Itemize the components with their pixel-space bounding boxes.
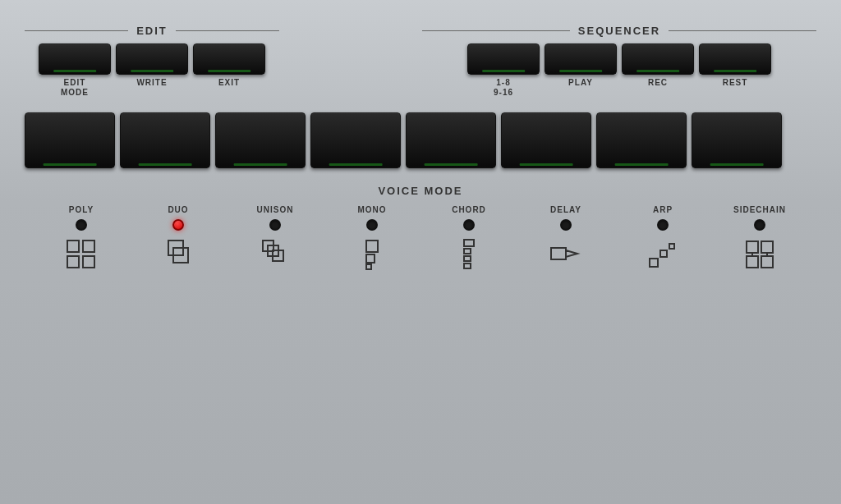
svg-rect-16	[551, 248, 566, 259]
duo-label: DUO	[168, 205, 188, 214]
write-group: WRITE	[116, 44, 188, 88]
duo-group: DUO	[130, 205, 227, 273]
large-button-7[interactable]	[596, 112, 687, 168]
rec-button[interactable]	[622, 44, 694, 75]
duo-icon	[162, 238, 195, 271]
write-button[interactable]	[116, 44, 188, 75]
exit-label: EXIT	[218, 78, 240, 88]
seq-line-left	[422, 30, 570, 31]
top-section: EDIT EDITMODE WRITE EXIT	[16, 25, 825, 98]
chord-label: CHORD	[452, 205, 486, 214]
large-button-6[interactable]	[501, 112, 591, 168]
poly-group: POLY	[33, 205, 130, 273]
svg-rect-13	[464, 249, 471, 254]
seq-1-8-group: 1-89-16	[467, 44, 540, 98]
main-panel: EDIT EDITMODE WRITE EXIT	[0, 0, 841, 504]
mono-group: MONO	[324, 205, 420, 273]
delay-icon	[549, 238, 582, 271]
unison-icon	[259, 238, 292, 271]
arp-label: ARP	[653, 205, 673, 214]
play-label: PLAY	[568, 78, 593, 88]
delay-led	[560, 219, 572, 231]
chord-icon-area	[448, 236, 489, 273]
svg-rect-18	[650, 259, 658, 267]
svg-marker-17	[566, 250, 577, 257]
write-label: WRITE	[136, 78, 167, 88]
duo-icon-area	[158, 236, 199, 273]
sequencer-title: SEQUENCER	[570, 25, 669, 37]
sidechain-icon-area	[739, 236, 780, 273]
sequencer-button-row: 1-89-16 PLAY REC REST	[467, 44, 771, 98]
svg-rect-20	[669, 244, 674, 249]
exit-button[interactable]	[193, 44, 265, 75]
large-button-4[interactable]	[310, 112, 401, 168]
arp-group: ARP	[614, 205, 711, 273]
rec-group: REC	[622, 44, 694, 88]
unison-label: UNISON	[257, 205, 294, 214]
seq-1-8-label: 1-89-16	[494, 78, 513, 98]
sequencer-section: SEQUENCER 1-89-16 PLAY REC RES	[422, 25, 816, 98]
edit-button-row: EDITMODE WRITE EXIT	[39, 44, 265, 98]
large-button-2[interactable]	[120, 112, 210, 168]
sidechain-icon	[743, 238, 776, 271]
voice-mode-section: VOICE MODE POLY DUO	[16, 185, 825, 273]
seq-1-8-button[interactable]	[467, 44, 540, 75]
large-button-3[interactable]	[215, 112, 306, 168]
delay-icon-area	[545, 236, 586, 273]
poly-led	[76, 219, 87, 231]
large-button-5[interactable]	[406, 112, 496, 168]
arp-icon-area	[642, 236, 683, 273]
svg-rect-19	[660, 250, 667, 257]
seq-line-right	[669, 30, 816, 31]
play-group: PLAY	[545, 44, 617, 88]
edit-title: EDIT	[128, 25, 176, 37]
edit-mode-group: EDITMODE	[39, 44, 111, 98]
svg-rect-23	[747, 256, 758, 268]
rest-label: REST	[723, 78, 748, 88]
voice-mode-title: VOICE MODE	[378, 185, 462, 197]
poly-label: POLY	[69, 205, 94, 214]
chord-icon	[453, 238, 485, 271]
rest-group: REST	[699, 44, 771, 88]
arp-led	[657, 219, 669, 231]
large-button-row	[16, 112, 825, 168]
edit-section: EDIT EDITMODE WRITE EXIT	[25, 25, 279, 98]
play-button[interactable]	[545, 44, 617, 75]
svg-rect-12	[464, 240, 474, 246]
edit-line-right	[176, 30, 279, 31]
rec-label: REC	[648, 78, 668, 88]
mono-led	[366, 219, 378, 231]
sidechain-led	[754, 219, 765, 231]
svg-rect-24	[761, 256, 773, 268]
large-button-1[interactable]	[25, 112, 115, 168]
svg-rect-10	[366, 254, 375, 263]
chord-group: CHORD	[420, 205, 517, 273]
edit-mode-button[interactable]	[39, 44, 111, 75]
unison-group: UNISON	[227, 205, 324, 273]
chord-led	[463, 219, 475, 231]
duo-led	[172, 219, 184, 231]
sidechain-label: SIDECHAIN	[733, 205, 786, 214]
edit-mode-label: EDITMODE	[61, 78, 89, 98]
delay-group: DELAY	[517, 205, 614, 273]
mono-label: MONO	[357, 205, 386, 214]
large-button-8[interactable]	[692, 112, 782, 168]
arp-icon	[646, 238, 679, 271]
unison-led	[269, 219, 281, 231]
svg-rect-22	[761, 241, 773, 253]
voice-mode-buttons: POLY DUO	[16, 205, 825, 273]
exit-group: EXIT	[193, 44, 265, 88]
sidechain-group: SIDECHAIN	[711, 205, 808, 273]
sequencer-label-row: SEQUENCER	[422, 25, 816, 37]
svg-rect-14	[464, 256, 471, 261]
unison-icon-area	[255, 236, 296, 273]
svg-rect-9	[366, 241, 378, 252]
mono-icon	[356, 238, 388, 271]
svg-rect-0	[67, 241, 79, 252]
svg-rect-11	[366, 264, 371, 269]
rest-button[interactable]	[699, 44, 771, 75]
poly-icon-area	[61, 236, 102, 273]
svg-rect-3	[83, 256, 94, 268]
poly-icon	[65, 238, 98, 271]
edit-label-row: EDIT	[25, 25, 279, 37]
